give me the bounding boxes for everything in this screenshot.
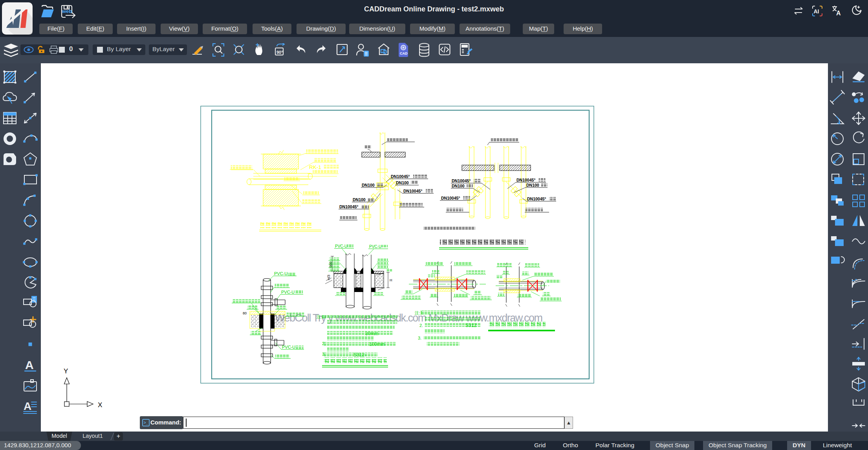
svg-text:DN10045°: DN10045° xyxy=(339,204,359,209)
svg-text:DN100: DN100 xyxy=(362,183,375,187)
svg-text:RK-1: RK-1 xyxy=(309,164,321,170)
svg-text:DN100: DN100 xyxy=(396,180,409,185)
svg-text:A: A xyxy=(25,358,34,371)
svg-text:DN10045°: DN10045° xyxy=(391,174,410,179)
svg-text:DN100: DN100 xyxy=(526,183,539,187)
svg-text:PVC-U: PVC-U xyxy=(369,244,381,249)
svg-text:H/3: H/3 xyxy=(327,275,331,280)
svg-text:A: A xyxy=(836,10,841,16)
svg-text:80: 80 xyxy=(243,311,247,315)
svg-text:PVC-U: PVC-U xyxy=(282,345,295,349)
svg-text:DN100: DN100 xyxy=(452,184,465,188)
svg-text:S312-: S312- xyxy=(353,352,366,358)
svg-text:2.: 2. xyxy=(419,323,423,328)
svg-text:PVC-U: PVC-U xyxy=(281,290,295,294)
svg-text:X: X xyxy=(98,401,102,409)
svg-text:DN10045°: DN10045° xyxy=(527,197,546,201)
svg-text:100mm: 100mm xyxy=(369,342,385,347)
svg-text:A: A xyxy=(24,400,31,412)
svg-text:PVC-U: PVC-U xyxy=(274,271,288,276)
svg-text:AI: AI xyxy=(814,8,819,15)
svg-text:90°: 90° xyxy=(277,50,283,55)
svg-text:PVC-U: PVC-U xyxy=(335,244,347,248)
svg-text:DN10045°: DN10045° xyxy=(441,196,460,200)
svg-text:DN10045°: DN10045° xyxy=(516,178,536,182)
svg-text:DN100: DN100 xyxy=(353,197,366,202)
svg-text:S312: S312 xyxy=(465,323,476,328)
svg-text:2.: 2. xyxy=(322,341,326,346)
svg-text:DN10045°: DN10045° xyxy=(403,189,423,193)
svg-text:3.: 3. xyxy=(418,336,421,340)
svg-text:注:1.: 注:1. xyxy=(316,314,326,319)
svg-text:CAD: CAD xyxy=(400,51,408,55)
svg-text:Y: Y xyxy=(64,367,68,375)
svg-text:注:1.: 注:1. xyxy=(414,310,424,315)
svg-text:H: H xyxy=(390,278,392,282)
svg-text:3.: 3. xyxy=(322,352,326,356)
svg-text:DN10045°: DN10045° xyxy=(452,178,471,183)
svg-text:30mm: 30mm xyxy=(365,331,378,336)
